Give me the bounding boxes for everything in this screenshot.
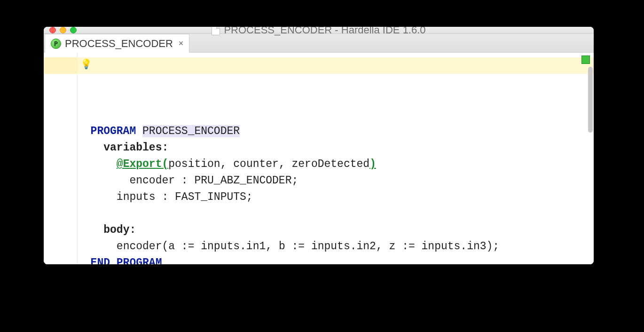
variable-inputs: inputs : FAST_INPUTS; bbox=[117, 191, 253, 203]
code-content: PROGRAM PROCESS_ENCODER variables: @Expo… bbox=[78, 123, 594, 264]
close-tab-icon[interactable]: × bbox=[179, 39, 184, 48]
body-line: encoder(a := inputs.in1, b := inputs.in2… bbox=[117, 240, 499, 253]
tab-label: PROCESS_ENCODER bbox=[65, 38, 173, 50]
section-variables: variables: bbox=[103, 142, 168, 154]
analysis-status-indicator[interactable] bbox=[581, 55, 590, 64]
ide-window: PROCESS_ENCODER - Hardella IDE 1.6.0 P P… bbox=[44, 27, 594, 264]
program-name: PROCESS_ENCODER bbox=[142, 125, 240, 137]
section-body: body: bbox=[103, 224, 136, 236]
minimize-window-button[interactable] bbox=[60, 27, 66, 33]
annotation-export-close: ) bbox=[369, 158, 376, 170]
code-editor[interactable]: PROGRAM PROCESS_ENCODER variables: @Expo… bbox=[78, 53, 594, 264]
variable-encoder: encoder : PRU_ABZ_ENCODER; bbox=[129, 174, 298, 187]
traffic-lights bbox=[49, 27, 77, 33]
close-window-button[interactable] bbox=[49, 27, 56, 33]
zoom-window-button[interactable] bbox=[70, 27, 77, 33]
export-args: position, counter, zeroDetected bbox=[168, 158, 369, 170]
editor-area[interactable]: 💡 PROGRAM PROCESS_ENCODER variables: @Ex… bbox=[44, 53, 594, 264]
keyword-program: PROGRAM bbox=[91, 125, 136, 137]
vertical-scrollbar[interactable] bbox=[588, 67, 593, 133]
gutter-highlight bbox=[44, 57, 78, 74]
keyword-end-program: END_PROGRAM bbox=[91, 257, 162, 264]
tab-bar: P PROCESS_ENCODER × bbox=[44, 34, 594, 53]
tab-process-encoder[interactable]: P PROCESS_ENCODER × bbox=[45, 34, 189, 53]
titlebar[interactable]: PROCESS_ENCODER - Hardella IDE 1.6.0 bbox=[44, 27, 594, 34]
lightbulb-icon[interactable]: 💡 bbox=[80, 58, 92, 70]
annotation-export-open: @Export( bbox=[117, 158, 168, 170]
gutter bbox=[44, 53, 78, 264]
program-badge-icon: P bbox=[51, 39, 61, 49]
